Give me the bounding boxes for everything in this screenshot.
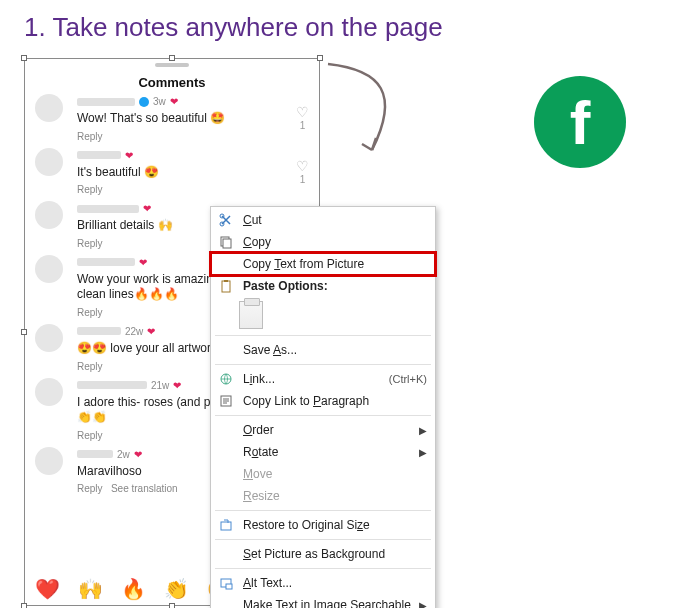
comment-header: ❤ <box>77 150 309 161</box>
menu-separator <box>215 539 431 540</box>
blank-icon <box>217 421 235 439</box>
heart-outline-icon: ♡ <box>296 104 309 120</box>
username-placeholder <box>77 450 113 458</box>
avatar <box>35 324 63 352</box>
menu-make-text-searchable[interactable]: Make Text in Image Searchable ▶ <box>211 594 435 608</box>
reply-link[interactable]: Reply <box>77 131 309 142</box>
scissors-icon <box>217 211 235 229</box>
heart-icon: ❤ <box>173 380 181 391</box>
arrow-doodle-icon <box>322 60 412 180</box>
emoji-quick-react[interactable]: ❤️ <box>35 577 60 601</box>
menu-cut[interactable]: Cut <box>211 209 435 231</box>
menu-copy-text-from-picture[interactable]: Copy Text from Picture <box>211 253 435 275</box>
svg-rect-8 <box>221 522 231 530</box>
avatar <box>35 378 63 406</box>
like-button[interactable]: ♡1 <box>296 158 309 185</box>
comment-age: 22w <box>125 326 143 337</box>
menu-label: Rotate <box>243 445 411 459</box>
menu-move: Move <box>211 463 435 485</box>
username-placeholder <box>77 205 139 213</box>
page-title: 1. Take notes anywhere on the page <box>24 12 443 43</box>
submenu-caret-icon: ▶ <box>419 425 427 436</box>
like-count: 1 <box>296 174 309 185</box>
comment-item: 3w ❤Wow! That's so beautiful 🤩Reply♡1 <box>25 90 319 144</box>
comment-text: It's beautiful 😍 <box>77 165 309 181</box>
menu-restore-original-size[interactable]: Restore to Original Size <box>211 514 435 536</box>
menu-save-as[interactable]: Save As... <box>211 339 435 361</box>
clipboard-icon <box>217 277 235 295</box>
copy-icon <box>217 233 235 251</box>
blank-icon <box>217 487 235 505</box>
svg-rect-4 <box>222 281 230 292</box>
blank-icon <box>217 596 235 608</box>
blank-icon <box>217 465 235 483</box>
menu-separator <box>215 568 431 569</box>
comment-age: 21w <box>151 380 169 391</box>
svg-rect-10 <box>226 584 232 589</box>
menu-label: Cut <box>243 213 427 227</box>
paste-option-keep-formatting[interactable] <box>239 301 263 329</box>
menu-label: Restore to Original Size <box>243 518 427 532</box>
comment-age: 3w <box>153 96 166 107</box>
verified-badge-icon <box>139 97 149 107</box>
blank-icon <box>217 545 235 563</box>
menu-accelerator: (Ctrl+K) <box>389 373 427 385</box>
like-count: 1 <box>296 120 309 131</box>
resize-handle[interactable] <box>21 603 27 608</box>
heart-icon: ❤ <box>143 203 151 214</box>
avatar <box>35 201 63 229</box>
menu-label: Copy Link to Paragraph <box>243 394 427 408</box>
letter-badge: f <box>534 76 626 168</box>
menu-label: Paste Options: <box>243 279 427 293</box>
see-translation[interactable]: See translation <box>111 483 178 494</box>
menu-label: Save As... <box>243 343 427 357</box>
comment-text: Wow! That's so beautiful 🤩 <box>77 111 309 127</box>
username-placeholder <box>77 151 121 159</box>
menu-label: Move <box>243 467 427 481</box>
reply-link[interactable]: Reply <box>77 184 309 195</box>
menu-separator <box>215 364 431 365</box>
comment-age: 2w <box>117 449 130 460</box>
emoji-quick-react[interactable]: 🙌 <box>78 577 103 601</box>
like-button[interactable]: ♡1 <box>296 104 309 131</box>
alt-text-icon <box>217 574 235 592</box>
menu-label: Set Picture as Background <box>243 547 427 561</box>
username-placeholder <box>77 381 147 389</box>
menu-label: Order <box>243 423 411 437</box>
menu-link[interactable]: Link... (Ctrl+K) <box>211 368 435 390</box>
username-placeholder <box>77 98 135 106</box>
avatar <box>35 255 63 283</box>
menu-separator <box>215 335 431 336</box>
submenu-caret-icon: ▶ <box>419 447 427 458</box>
svg-rect-5 <box>224 280 228 282</box>
menu-label: Make Text in Image Searchable <box>243 598 411 608</box>
link-icon <box>217 370 235 388</box>
heart-icon: ❤ <box>139 257 147 268</box>
menu-alt-text[interactable]: Alt Text... <box>211 572 435 594</box>
emoji-quick-react[interactable]: 🔥 <box>121 577 146 601</box>
heart-outline-icon: ♡ <box>296 158 309 174</box>
avatar <box>35 148 63 176</box>
context-menu: Cut Copy Copy Text from Picture Paste Op… <box>210 206 436 608</box>
menu-order[interactable]: Order ▶ <box>211 419 435 441</box>
svg-rect-3 <box>223 239 231 248</box>
comments-title: Comments <box>25 75 319 90</box>
emoji-quick-react[interactable]: 👏 <box>164 577 189 601</box>
heart-icon: ❤ <box>134 449 142 460</box>
menu-label: Alt Text... <box>243 576 427 590</box>
avatar <box>35 447 63 475</box>
resize-handle[interactable] <box>169 603 175 608</box>
menu-copy-link-to-paragraph[interactable]: Copy Link to Paragraph <box>211 390 435 412</box>
drag-handle[interactable] <box>155 63 189 67</box>
resize-handle[interactable] <box>169 55 175 61</box>
menu-set-picture-as-background[interactable]: Set Picture as Background <box>211 543 435 565</box>
menu-separator <box>215 510 431 511</box>
menu-rotate[interactable]: Rotate ▶ <box>211 441 435 463</box>
heart-icon: ❤ <box>170 96 178 107</box>
heart-icon: ❤ <box>147 326 155 337</box>
blank-icon <box>217 255 235 273</box>
resize-handle[interactable] <box>21 55 27 61</box>
menu-copy[interactable]: Copy <box>211 231 435 253</box>
menu-label: Resize <box>243 489 427 503</box>
blank-icon <box>217 443 235 461</box>
